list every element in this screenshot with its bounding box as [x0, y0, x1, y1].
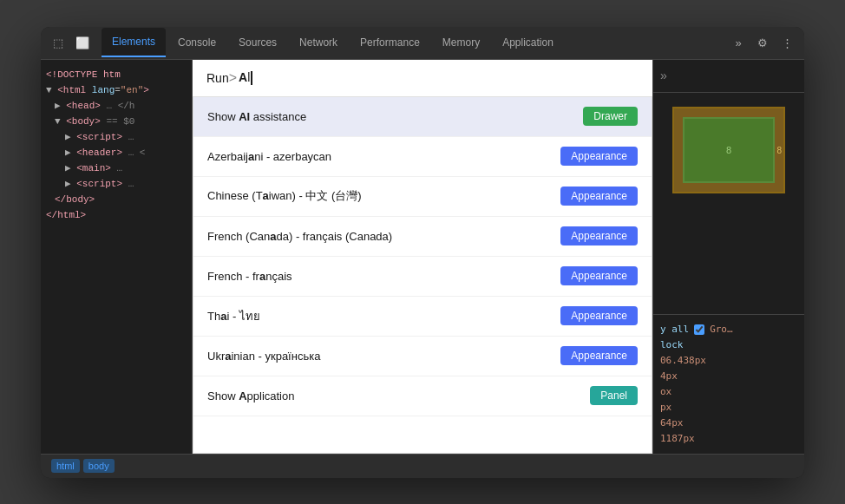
command-item-french[interactable]: French - français Appearance [193, 257, 652, 297]
box-model-diagram: 8 8 [672, 107, 785, 193]
command-item-thai[interactable]: Thai - ไทย Appearance [193, 297, 652, 337]
prop-row: 06.438px [660, 353, 797, 369]
command-item-ai-assistance[interactable]: Show AI assistance Drawer [193, 97, 652, 137]
command-item-french-canada[interactable]: French (Canada) - français (Canada) Appe… [193, 217, 652, 257]
dom-line: </html> [44, 207, 188, 223]
command-list: Show AI assistance Drawer Azerbaijani - … [193, 97, 652, 454]
dom-line[interactable]: ▶ <main> … [44, 160, 188, 176]
center-panel: Run > Al Show AI assistance Drawer [193, 60, 652, 454]
command-input-area[interactable]: Run > Al [193, 60, 652, 97]
breadcrumb-body[interactable]: body [83, 459, 115, 473]
box-padding: 8 [683, 117, 775, 183]
command-item-text: Thai - ไทย [207, 307, 260, 325]
prop-val: Gro… [710, 322, 733, 337]
dom-line: </body> [44, 192, 188, 207]
box-model-area: 8 8 [653, 93, 804, 314]
devtools-tabbar: ⬚ ⬜ Elements Console Sources Network Per… [41, 27, 804, 60]
command-item-text: Show AI assistance [207, 110, 306, 123]
appearance-button-french-canada[interactable]: Appearance [560, 226, 638, 245]
dom-line: ▼ <html lang="en"> [44, 82, 188, 98]
prop-row: 64px [660, 416, 797, 431]
appearance-button-azerbaijani[interactable]: Appearance [560, 147, 638, 166]
dom-line[interactable]: ▶ <script> … [44, 129, 188, 145]
command-item-show-application[interactable]: Show Application Panel [193, 376, 652, 416]
command-item-text: French - français [207, 270, 292, 283]
appearance-button-chinese[interactable]: Appearance [560, 187, 638, 206]
tab-console[interactable]: Console [167, 28, 226, 57]
more-options-icon[interactable]: ⋮ [776, 32, 797, 53]
prop-val: 64px [660, 416, 684, 431]
command-text: Al [239, 70, 252, 85]
prop-row: y all Gro… [660, 322, 797, 337]
tab-memory[interactable]: Memory [432, 28, 490, 57]
tabbar-right: » ⚙ ⋮ [728, 32, 797, 53]
dom-line[interactable]: ▶ <head> … </h [44, 98, 188, 114]
command-arrow: > [229, 70, 237, 86]
prop-row: px [660, 400, 797, 416]
prop-row: 4px [660, 369, 797, 384]
prop-checkbox[interactable] [694, 324, 704, 335]
command-item-text: Azerbaijani - azerbaycan [207, 150, 331, 163]
command-item-azerbaijani[interactable]: Azerbaijani - azerbaycan Appearance [193, 137, 652, 177]
computed-props-panel: y all Gro… lock 06.438px 4px ox px [653, 314, 804, 454]
box-right-number: 8 [776, 145, 782, 154]
prop-row: lock [660, 337, 797, 353]
appearance-button-ukrainian[interactable]: Appearance [560, 346, 638, 365]
right-panel: » 8 8 y all Gro… lock [652, 60, 804, 454]
prop-key: lock [660, 337, 684, 353]
dom-tree-panel: <!DOCTYPE htm ▼ <html lang="en"> ▶ <head… [41, 60, 193, 454]
dom-line[interactable]: ▶ <script> … [44, 176, 188, 192]
dom-line[interactable]: ▶ <header> … < [44, 145, 188, 160]
dom-line[interactable]: ▼ <body> == $0 [44, 114, 188, 129]
prop-row: 1187px [660, 431, 797, 447]
more-tabs-button[interactable]: » [728, 32, 749, 53]
command-item-ukrainian[interactable]: Ukrainian - українська Appearance [193, 337, 652, 376]
command-item-text: French (Canada) - français (Canada) [207, 230, 392, 243]
settings-icon[interactable]: ⚙ [752, 32, 773, 53]
command-item-text: Ukrainian - українська [207, 350, 320, 363]
prop-val: px [660, 400, 671, 416]
cursor-icon[interactable]: ⬚ [48, 32, 69, 53]
tab-network[interactable]: Network [289, 28, 348, 57]
breadcrumb-html[interactable]: html [51, 459, 80, 473]
dom-line: <!DOCTYPE htm [44, 67, 188, 82]
command-overlay: Run > Al Show AI assistance Drawer [193, 60, 652, 454]
tab-elements[interactable]: Elements [102, 28, 166, 57]
tab-performance[interactable]: Performance [350, 28, 430, 57]
tab-application[interactable]: Application [492, 28, 564, 57]
command-run-label: Run [206, 71, 229, 85]
right-panel-chevron[interactable]: » [660, 69, 667, 82]
command-cursor [251, 71, 252, 85]
command-item-text: Show Application [207, 389, 294, 403]
prop-val: 1187px [660, 431, 695, 447]
tabbar-icon-group: ⬚ ⬜ [48, 32, 93, 53]
prop-key: y all [660, 322, 689, 337]
main-area: <!DOCTYPE htm ▼ <html lang="en"> ▶ <head… [41, 60, 804, 454]
appearance-button-thai[interactable]: Appearance [560, 306, 638, 325]
drawer-button[interactable]: Drawer [583, 107, 638, 126]
device-icon[interactable]: ⬜ [72, 32, 93, 53]
right-panel-top: » [653, 60, 804, 93]
command-item-chinese-taiwan[interactable]: Chinese (Taiwan) - 中文 (台灣) Appearance [193, 177, 652, 217]
prop-val: ox [660, 384, 671, 400]
prop-val: 06.438px [660, 353, 706, 369]
prop-row: ox [660, 384, 797, 400]
prop-val: 4px [660, 369, 678, 384]
panel-button[interactable]: Panel [590, 386, 638, 405]
box-inner-label: 8 [726, 145, 731, 155]
appearance-button-french[interactable]: Appearance [560, 266, 638, 285]
command-item-text: Chinese (Taiwan) - 中文 (台灣) [207, 188, 362, 204]
breadcrumb: html body [41, 454, 804, 478]
command-bold-char: A [239, 70, 247, 84]
tab-sources[interactable]: Sources [228, 28, 287, 57]
